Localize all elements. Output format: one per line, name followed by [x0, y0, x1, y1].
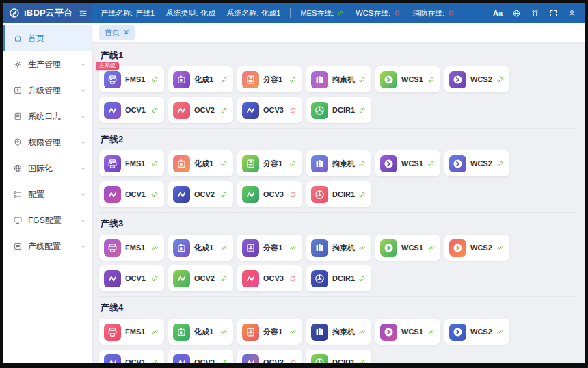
theme-icon[interactable]	[531, 9, 539, 18]
device-card[interactable]: DCIR1	[306, 265, 371, 291]
header-brand: iBDP云平台	[3, 3, 92, 23]
globe-icon	[13, 163, 23, 173]
device-card[interactable]: OCV3	[237, 97, 302, 123]
device-card[interactable]: OCV3	[237, 181, 302, 207]
device-icon	[104, 71, 121, 88]
device-card[interactable]: OCV2	[168, 350, 233, 363]
sidebar-item-1[interactable]: 生产管理	[3, 51, 92, 77]
device-name: OCV3	[263, 358, 284, 363]
device-card[interactable]: OCV1	[99, 181, 164, 207]
card-grid: FMS1化成1分容1拘束机WCS1WCS2OCV1OCV2OCV3DCIR1	[99, 319, 578, 363]
device-card[interactable]: 分容1	[237, 66, 302, 92]
device-name: WCS2	[470, 328, 492, 336]
globe-icon[interactable]	[512, 9, 521, 18]
device-name: FMS1	[125, 244, 145, 252]
device-card[interactable]: WCS2	[444, 66, 509, 92]
device-link-status	[358, 106, 366, 115]
close-icon[interactable]: ✕	[123, 29, 129, 36]
tab-0[interactable]: 首页✕	[99, 25, 135, 40]
sidebar-item-3[interactable]: 系统日志	[3, 103, 92, 129]
link-broken-icon	[289, 190, 297, 199]
wcs-icon	[383, 74, 395, 86]
device-name: OCV3	[263, 274, 284, 282]
link-connected-icon	[150, 106, 159, 115]
device-card[interactable]: OCV1	[99, 265, 164, 291]
link-connected-icon	[496, 159, 505, 168]
device-name: OCV2	[194, 358, 215, 363]
link-connected-icon	[336, 9, 345, 17]
font-size-icon[interactable]: Aa	[493, 10, 503, 17]
device-card[interactable]: WCS1	[375, 235, 440, 261]
sidebar-item-8[interactable]: 产线配置	[3, 233, 92, 259]
device-card[interactable]: 化成1	[168, 66, 233, 92]
device-card[interactable]: FMS1	[99, 319, 164, 345]
device-card[interactable]: DCIR1	[306, 97, 371, 123]
ocv-icon	[245, 105, 256, 116]
app-window: iBDP云平台 产线名称:产线1系统类型:化成系统名称:化成1 MES在线:WC…	[3, 3, 585, 363]
device-card[interactable]: 分容1	[237, 319, 302, 345]
wcs-icon	[452, 158, 464, 170]
device-icon	[242, 239, 259, 257]
device-card[interactable]: 化成1	[168, 150, 233, 176]
sidebar-item-7[interactable]: FGS配置	[3, 207, 92, 233]
upgrade-icon	[13, 86, 23, 95]
device-card[interactable]: 主系统FMS1	[99, 66, 164, 92]
sidebar-item-0[interactable]: 首页	[3, 25, 92, 51]
sidebar-item-4[interactable]: 权限管理	[3, 129, 92, 155]
device-card[interactable]: 化成1	[168, 235, 233, 261]
sidebar-item-5[interactable]: 国际化	[3, 155, 92, 181]
device-card[interactable]: WCS2	[444, 319, 509, 345]
device-card[interactable]: DCIR1	[306, 350, 371, 363]
device-card[interactable]: OCV3	[237, 265, 302, 291]
sidebar-collapse-icon[interactable]	[79, 9, 88, 18]
device-card[interactable]: 分容1	[237, 235, 302, 261]
device-card[interactable]: FMS1	[99, 150, 164, 176]
sidebar-item-2[interactable]: 升级管理	[3, 77, 92, 103]
header-tools: Aa	[493, 9, 576, 18]
fullscreen-icon[interactable]	[549, 9, 558, 18]
device-icon	[380, 71, 397, 88]
device-link-status	[150, 328, 159, 337]
device-name: WCS2	[470, 159, 492, 168]
link-connected-icon	[219, 190, 228, 199]
device-link-status	[358, 244, 366, 252]
device-link-status	[150, 244, 159, 252]
device-card[interactable]: FMS1	[99, 235, 164, 261]
device-icon	[311, 186, 328, 203]
device-link-status	[150, 358, 159, 364]
device-card[interactable]: WCS2	[444, 235, 509, 261]
device-card[interactable]: 拘束机	[306, 235, 371, 261]
device-card[interactable]: OCV2	[168, 181, 233, 207]
device-card[interactable]: OCV1	[99, 97, 164, 123]
device-card[interactable]: WCS1	[375, 150, 440, 176]
device-card[interactable]: OCV2	[168, 97, 233, 123]
link-connected-icon	[150, 190, 159, 199]
device-link-status	[358, 328, 366, 337]
device-card[interactable]: DCIR1	[306, 181, 371, 207]
device-card[interactable]: OCV2	[168, 265, 233, 291]
device-card[interactable]: 拘束机	[306, 150, 371, 176]
device-card[interactable]: WCS1	[375, 319, 440, 345]
device-card[interactable]: WCS2	[444, 150, 509, 176]
device-card[interactable]: 拘束机	[306, 66, 371, 92]
link-connected-icon	[289, 328, 297, 337]
device-card[interactable]: OCV1	[99, 350, 164, 363]
app-body: 首页生产管理升级管理系统日志权限管理国际化配置FGS配置产线配置 首页✕ 产线1…	[3, 23, 585, 363]
device-card[interactable]: 分容1	[237, 150, 302, 176]
device-name: OCV1	[125, 190, 146, 198]
info-value: 化成1	[261, 8, 280, 18]
sidebar-item-6[interactable]: 配置	[3, 181, 92, 207]
device-card[interactable]: 化成1	[168, 319, 233, 345]
upgrade-icon	[13, 86, 23, 95]
device-card[interactable]: WCS1	[375, 66, 440, 92]
device-link-status	[358, 274, 366, 283]
ocv-icon	[107, 357, 118, 364]
device-link-status	[496, 244, 505, 252]
device-card[interactable]: 拘束机	[306, 319, 371, 345]
sidebar-item-label: 配置	[28, 189, 44, 200]
line-config-icon	[13, 241, 23, 251]
device-card[interactable]: OCV3	[237, 350, 302, 363]
user-icon[interactable]	[567, 9, 576, 18]
device-name: WCS1	[401, 244, 423, 252]
device-link-status	[289, 328, 297, 337]
